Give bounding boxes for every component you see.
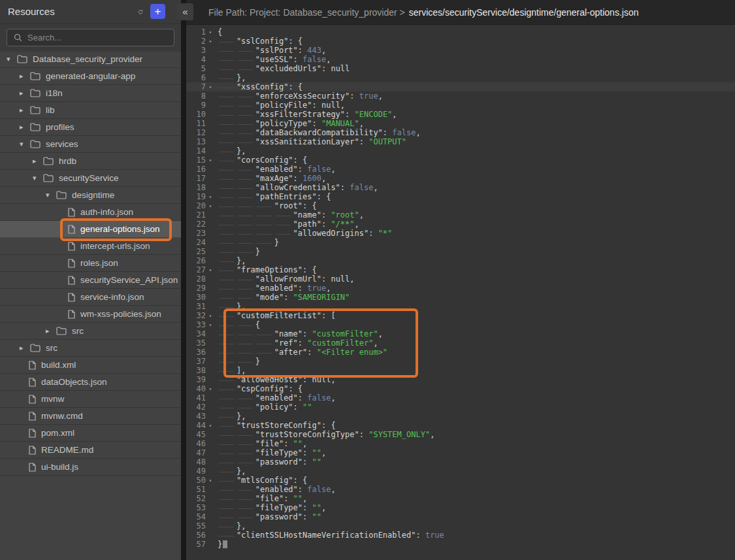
gutter[interactable]: 18 — [186, 183, 218, 192]
code-line-3[interactable]: 3"sslPort": 443, — [186, 46, 735, 55]
code-line-33[interactable]: 33▾{ — [186, 320, 735, 329]
chevron-down-icon[interactable]: ▾ — [20, 140, 30, 148]
code-line-1[interactable]: 1▾{ — [186, 27, 735, 37]
tree-item-mvnw-cmd[interactable]: mvnw.cmd — [0, 408, 181, 425]
gutter[interactable]: 3 — [186, 46, 218, 55]
code-line-41[interactable]: 41"enabled": false, — [186, 393, 735, 403]
fold-arrow-icon[interactable]: ▾ — [206, 193, 215, 202]
gutter[interactable]: 43 — [186, 412, 218, 421]
code-line-32[interactable]: 32▾"customFilterList": [ — [186, 311, 735, 320]
chevron-right-icon[interactable]: ▸ — [33, 157, 43, 165]
gutter[interactable]: 27▾ — [186, 265, 218, 275]
tree-item-service-info-json[interactable]: service-info.json — [0, 289, 181, 306]
chevron-right-icon[interactable]: ▸ — [20, 124, 30, 131]
gutter[interactable]: 45 — [186, 430, 218, 439]
gutter[interactable]: 44▾ — [186, 421, 218, 431]
code-line-20[interactable]: 20▾"root": { — [186, 201, 735, 210]
tree-item-build-xml[interactable]: build.xml — [0, 357, 181, 374]
code-line-50[interactable]: 50▾"mtlsConfig": { — [186, 476, 735, 485]
tree-item-services[interactable]: ▾services — [0, 136, 181, 153]
gutter[interactable]: 50▾ — [186, 476, 218, 486]
tree-item-general-options-json[interactable]: general-options.json — [0, 221, 181, 238]
gutter[interactable]: 52 — [186, 494, 218, 503]
gutter[interactable]: 34 — [186, 329, 218, 338]
code-line-43[interactable]: 43}, — [186, 412, 735, 421]
tree-item-src[interactable]: ▸src — [0, 340, 181, 357]
code-line-7[interactable]: 7▾"xssConfig": { — [186, 82, 735, 91]
gutter[interactable]: 28 — [186, 274, 218, 284]
code-line-6[interactable]: 6}, — [186, 73, 735, 82]
code-line-51[interactable]: 51"enabled": false, — [186, 485, 735, 494]
tree-item-src[interactable]: ▸src — [0, 323, 181, 340]
search-input[interactable] — [26, 32, 159, 43]
gutter[interactable]: 15▾ — [186, 156, 218, 165]
code-line-14[interactable]: 14}, — [186, 146, 735, 156]
code-line-54[interactable]: 54"password": "" — [186, 512, 735, 521]
fold-arrow-icon[interactable]: ▾ — [206, 156, 215, 165]
tree-item-mvnw[interactable]: mvnw — [0, 391, 181, 408]
code-line-53[interactable]: 53"fileType": "", — [186, 503, 735, 512]
code-line-23[interactable]: 23"allowedOrigins": "*" — [186, 229, 735, 238]
gutter[interactable]: 51 — [186, 485, 218, 494]
add-button[interactable]: + — [150, 4, 165, 19]
tree-item-generated-angular-app[interactable]: ▸generated-angular-app — [0, 68, 181, 85]
gutter[interactable]: 1▾ — [186, 27, 218, 37]
tree-item-lib[interactable]: ▸lib — [0, 102, 181, 119]
code-line-34[interactable]: 34"name": "customFilter", — [186, 329, 735, 338]
gutter[interactable]: 35 — [186, 338, 218, 348]
gutter[interactable]: 14 — [186, 146, 218, 156]
gutter[interactable]: 47 — [186, 448, 218, 457]
code-line-13[interactable]: 13"xssSanitizationLayer": "OUTPUT" — [186, 137, 735, 146]
code-line-55[interactable]: 55}, — [186, 521, 735, 531]
code-line-44[interactable]: 44▾"trustStoreConfig": { — [186, 421, 735, 430]
code-line-46[interactable]: 46"file": "", — [186, 439, 735, 448]
gutter[interactable]: 9 — [186, 101, 218, 110]
gutter[interactable]: 55 — [186, 521, 218, 531]
fold-arrow-icon[interactable]: ▾ — [206, 37, 215, 46]
collapse-sidebar-button[interactable]: « — [177, 3, 193, 20]
code-line-37[interactable]: 37} — [186, 357, 735, 366]
gutter[interactable]: 38 — [186, 366, 218, 375]
gutter[interactable]: 40▾ — [186, 384, 218, 394]
tree-item-intercept-urls-json[interactable]: intercept-urls.json — [0, 238, 181, 255]
code-line-52[interactable]: 52"file": "", — [186, 494, 735, 503]
tree-item-hrdb[interactable]: ▸hrdb — [0, 153, 181, 170]
code-line-28[interactable]: 28"allowFromUrl": null, — [186, 274, 735, 284]
fold-arrow-icon[interactable]: ▾ — [206, 321, 215, 330]
code-line-21[interactable]: 21"name": "root", — [186, 210, 735, 220]
tree-item-profiles[interactable]: ▸profiles — [0, 119, 181, 136]
code-line-9[interactable]: 9"policyFile": null, — [186, 101, 735, 110]
fold-arrow-icon[interactable]: ▾ — [206, 421, 215, 431]
gutter[interactable]: 41 — [186, 393, 218, 403]
code-line-31[interactable]: 31}, — [186, 302, 735, 311]
code-line-45[interactable]: 45"trustStoreConfigType": "SYSTEM_ONLY", — [186, 430, 735, 439]
gutter[interactable]: 46 — [186, 439, 218, 448]
gutter[interactable]: 26 — [186, 256, 218, 265]
gutter[interactable]: 25 — [186, 247, 218, 256]
search-box[interactable] — [7, 29, 174, 46]
code-line-4[interactable]: 4"useSSL": false, — [186, 55, 735, 64]
code-line-12[interactable]: 12"dataBackwardCompatibility": false, — [186, 128, 735, 137]
tree-item-database-security-provider[interactable]: ▾Database_security_provider — [0, 51, 181, 68]
gutter[interactable]: 19▾ — [186, 192, 218, 202]
code-line-8[interactable]: 8"enforceXssSecurity": true, — [186, 91, 735, 101]
code-line-22[interactable]: 22"path": "/**", — [186, 220, 735, 229]
gutter[interactable]: 10 — [186, 110, 218, 119]
code-line-35[interactable]: 35"ref": "customFilter", — [186, 338, 735, 348]
code-line-26[interactable]: 26}, — [186, 256, 735, 265]
gutter[interactable]: 32▾ — [186, 311, 218, 321]
code-line-56[interactable]: 56"clientSSLHostNameVerificationEnabled"… — [186, 531, 735, 540]
chevron-right-icon[interactable]: ▸ — [20, 73, 30, 80]
code-line-19[interactable]: 19▾"pathEntries": { — [186, 192, 735, 201]
gutter[interactable]: 11 — [186, 119, 218, 128]
gutter[interactable]: 21 — [186, 210, 218, 220]
code-line-38[interactable]: 38], — [186, 366, 735, 375]
gutter[interactable]: 8 — [186, 91, 218, 101]
gutter[interactable]: 37 — [186, 357, 218, 366]
tree-item-securityservice-api-json[interactable]: securityService_API.json — [0, 272, 181, 289]
gutter[interactable]: 13 — [186, 137, 218, 146]
gutter[interactable]: 5 — [186, 64, 218, 73]
code-line-48[interactable]: 48"password": "" — [186, 457, 735, 467]
gutter[interactable]: 31 — [186, 302, 218, 311]
gutter[interactable]: 53 — [186, 503, 218, 512]
